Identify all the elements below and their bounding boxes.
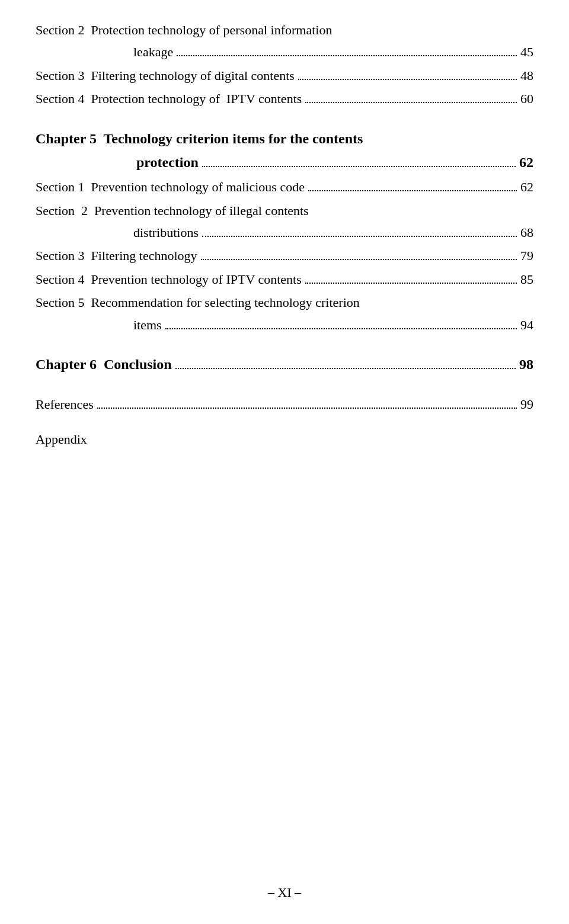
- toc-entry-ch5-section3: Section 3 Filtering technology 79: [36, 245, 533, 267]
- toc-dots: [177, 55, 517, 56]
- toc-entry-chapter6: Chapter 6 Conclusion 98: [36, 352, 533, 377]
- toc-page: 62: [520, 176, 533, 198]
- toc-dots: [305, 283, 517, 284]
- toc-dots: [202, 236, 517, 237]
- toc-label-chapter6: Chapter 6 Conclusion: [36, 352, 172, 377]
- toc-label-appendix: Appendix: [36, 432, 87, 447]
- toc-dots: [165, 328, 517, 329]
- toc-dots: [202, 166, 516, 167]
- toc-entry-appendix: Appendix: [36, 432, 533, 447]
- toc-page: 98: [519, 352, 533, 377]
- toc-entry-section2-personal: Section 2 Protection technology of perso…: [36, 19, 533, 63]
- toc-dots: [175, 368, 516, 369]
- toc-continuation: distributions: [36, 222, 199, 243]
- toc-label: Section 3 Filtering technology: [36, 245, 197, 267]
- page-number: – XI –: [0, 885, 569, 900]
- toc-page: 60: [520, 88, 533, 110]
- toc-entry-ch5-section5: Section 5 Recommendation for selecting t…: [36, 291, 533, 336]
- toc-dots: [97, 408, 517, 409]
- toc-page: 45: [520, 41, 533, 63]
- toc-dots: [305, 102, 517, 103]
- toc-continuation: protection: [36, 150, 199, 175]
- toc-entry-ch5-section1: Section 1 Prevention technology of malic…: [36, 176, 533, 198]
- toc-entry-ch5-section4: Section 4 Prevention technology of IPTV …: [36, 268, 533, 290]
- toc-entry-ch5-section2: Section 2 Prevention technology of illeg…: [36, 200, 533, 244]
- toc-entry-section3: Section 3 Filtering technology of digita…: [36, 65, 533, 86]
- toc-entry-chapter5: Chapter 5 Technology criterion items for…: [36, 127, 533, 175]
- toc-label: Section 2 Prevention technology of illeg…: [36, 200, 309, 222]
- toc-page: 48: [520, 65, 533, 86]
- toc-label: Section 4 Protection technology of IPTV …: [36, 88, 302, 110]
- toc-continuation: items: [36, 314, 162, 336]
- toc-entry-references: References 99: [36, 393, 533, 415]
- toc-dots: [308, 190, 517, 191]
- toc-continuation: leakage: [36, 41, 173, 63]
- toc-page: 94: [520, 314, 533, 336]
- toc-label: Section 4 Prevention technology of IPTV …: [36, 268, 302, 290]
- toc-page: 62: [519, 150, 533, 175]
- toc-page: 99: [520, 393, 533, 415]
- toc-label: Section 1 Prevention technology of malic…: [36, 176, 305, 198]
- toc-page: 79: [520, 245, 533, 267]
- toc-dots: [201, 259, 517, 260]
- toc-page: 85: [520, 268, 533, 290]
- toc-page: 68: [520, 222, 533, 243]
- toc-entry-section4: Section 4 Protection technology of IPTV …: [36, 88, 533, 110]
- toc-dots: [298, 79, 517, 80]
- toc-label: Section 3 Filtering technology of digita…: [36, 65, 295, 86]
- toc-label-references: References: [36, 393, 94, 415]
- toc-label: Section 5 Recommendation for selecting t…: [36, 291, 360, 313]
- toc-label: Section 2 Protection technology of perso…: [36, 19, 332, 41]
- toc-label-chapter5: Chapter 5 Technology criterion items for…: [36, 127, 363, 151]
